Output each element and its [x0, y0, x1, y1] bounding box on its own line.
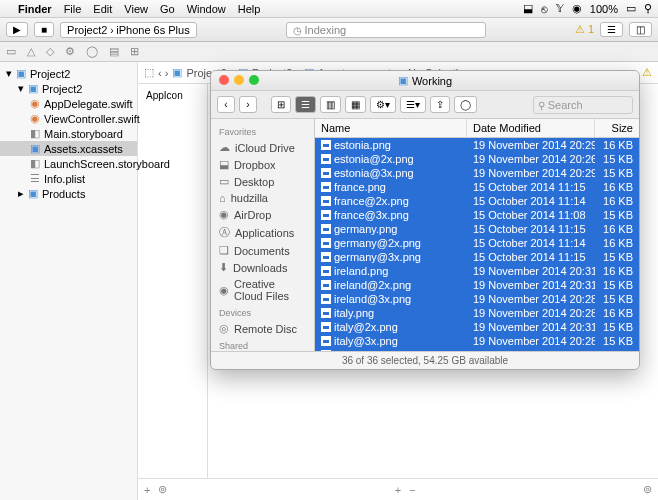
- forward-button[interactable]: ›: [239, 96, 257, 113]
- file-appdelegate[interactable]: ◉AppDelegate.swift: [0, 96, 137, 111]
- asset-outline[interactable]: AppIcon: [138, 84, 208, 478]
- file-row[interactable]: italy.png19 November 2014 20:2816 KB: [315, 306, 639, 320]
- wifi-icon[interactable]: ◉: [572, 2, 582, 15]
- file-row[interactable]: ireland@2x.png19 November 2014 20:3115 K…: [315, 278, 639, 292]
- sidebar-item[interactable]: ⌂hudzilla: [211, 190, 314, 206]
- run-button[interactable]: ▶: [6, 22, 28, 37]
- folder-icon: ▣: [398, 74, 408, 87]
- sidebar-item[interactable]: ▭Desktop: [211, 173, 314, 190]
- file-row[interactable]: estonia@2x.png19 November 2014 20:2615 K…: [315, 152, 639, 166]
- finder-file-list[interactable]: Name Date Modified Size estonia.png19 No…: [315, 119, 639, 351]
- view-icons[interactable]: ⊞: [271, 96, 291, 113]
- menu-window[interactable]: Window: [187, 3, 226, 15]
- file-launchscreen[interactable]: ◧LaunchScreen.storyboard: [0, 156, 137, 171]
- add-asset-button[interactable]: +: [395, 484, 401, 496]
- file-row[interactable]: france@3x.png15 October 2014 11:0815 KB: [315, 208, 639, 222]
- sidebar-item[interactable]: ☁iCloud Drive: [211, 139, 314, 156]
- filter-icon-right[interactable]: ⊚: [643, 483, 652, 496]
- file-row[interactable]: italy@2x.png19 November 2014 20:3115 KB: [315, 320, 639, 334]
- warning-badge[interactable]: ⚠ 1: [575, 23, 594, 36]
- finder-status-bar: 36 of 36 selected, 54.25 GB available: [211, 351, 639, 369]
- file-viewcontroller[interactable]: ◉ViewController.swift: [0, 111, 137, 126]
- close-icon[interactable]: [219, 75, 229, 85]
- sidebar-item[interactable]: ⒶApplications: [211, 223, 314, 242]
- file-row[interactable]: france@2x.png15 October 2014 11:1416 KB: [315, 194, 639, 208]
- sidebar-icon: ▭: [219, 175, 229, 188]
- file-row[interactable]: ireland@3x.png19 November 2014 20:2815 K…: [315, 292, 639, 306]
- stop-button[interactable]: ■: [34, 22, 54, 37]
- file-row[interactable]: ireland.png19 November 2014 20:3116 KB: [315, 264, 639, 278]
- file-row[interactable]: estonia@3x.png19 November 2014 20:2915 K…: [315, 166, 639, 180]
- sidebar-item[interactable]: ❏Documents: [211, 242, 314, 259]
- sidebar-item[interactable]: ◉Creative Cloud Files: [211, 276, 314, 304]
- action-button[interactable]: ☰▾: [400, 96, 426, 113]
- zoom-icon[interactable]: [249, 75, 259, 85]
- editor-standard[interactable]: ☰: [600, 22, 623, 37]
- nav-icons[interactable]: ▭ △ ◇ ⚙ ◯ ▤ ⊞: [6, 45, 143, 58]
- finder-toolbar: ‹ › ⊞ ☰ ▥ ▦ ⚙▾ ☰▾ ⇪ ◯ ⚲ Search: [211, 91, 639, 119]
- file-mainstoryboard[interactable]: ◧Main.storyboard: [0, 126, 137, 141]
- file-row[interactable]: france.png15 October 2014 11:1516 KB: [315, 180, 639, 194]
- project-root[interactable]: ▾▣Project2: [0, 66, 137, 81]
- col-name[interactable]: Name: [315, 119, 467, 137]
- menu-go[interactable]: Go: [160, 3, 175, 15]
- file-infoplist[interactable]: ☰Info.plist: [0, 171, 137, 186]
- file-icon: [321, 294, 331, 304]
- remove-asset-button[interactable]: −: [409, 484, 415, 496]
- arrange-button[interactable]: ⚙▾: [370, 96, 396, 113]
- app-name[interactable]: Finder: [18, 3, 52, 15]
- tags-button[interactable]: ◯: [454, 96, 477, 113]
- add-button[interactable]: +: [144, 484, 150, 496]
- view-list[interactable]: ☰: [295, 96, 316, 113]
- search-input[interactable]: ⚲ Search: [533, 96, 633, 114]
- file-row[interactable]: germany@3x.png15 October 2014 11:1515 KB: [315, 250, 639, 264]
- file-row[interactable]: italy@3x.png19 November 2014 20:2815 KB: [315, 334, 639, 348]
- status-icon[interactable]: ⎋: [541, 3, 548, 15]
- battery-icon[interactable]: ▭: [626, 2, 636, 15]
- scheme-selector[interactable]: Project2 › iPhone 6s Plus: [60, 22, 197, 38]
- sidebar-item[interactable]: ⬓Dropbox: [211, 156, 314, 173]
- view-gallery[interactable]: ▦: [345, 96, 366, 113]
- group-products[interactable]: ▸▣Products: [0, 186, 137, 201]
- dropbox-icon[interactable]: ⬓: [523, 2, 533, 15]
- file-icon: [321, 308, 331, 318]
- sidebar-icon: ☁: [219, 141, 230, 154]
- file-assets[interactable]: ▣Assets.xcassets: [0, 141, 137, 156]
- view-columns[interactable]: ▥: [320, 96, 341, 113]
- menu-view[interactable]: View: [124, 3, 148, 15]
- filter-icon[interactable]: ⊚: [158, 483, 167, 496]
- minimize-icon[interactable]: [234, 75, 244, 85]
- twitter-icon[interactable]: 𝕐: [556, 2, 564, 15]
- editor-assistant[interactable]: ◫: [629, 22, 652, 37]
- filter-bar: + ⊚ + − ⊚: [138, 478, 658, 500]
- asset-appicon[interactable]: AppIcon: [142, 88, 203, 103]
- group-project2[interactable]: ▾▣Project2: [0, 81, 137, 96]
- sidebar-icon: ◉: [219, 208, 229, 221]
- menu-help[interactable]: Help: [238, 3, 261, 15]
- shared-header: Shared: [211, 337, 314, 351]
- sidebar-item[interactable]: ◎Remote Disc: [211, 320, 314, 337]
- menu-file[interactable]: File: [64, 3, 82, 15]
- related-items-icon[interactable]: ⬚: [144, 66, 154, 79]
- finder-titlebar[interactable]: ▣Working: [211, 71, 639, 91]
- back-button[interactable]: ‹: [217, 96, 235, 113]
- menu-edit[interactable]: Edit: [93, 3, 112, 15]
- column-headers[interactable]: Name Date Modified Size: [315, 119, 639, 138]
- file-icon: [321, 224, 331, 234]
- finder-sidebar[interactable]: Favorites ☁iCloud Drive⬓Dropbox▭Desktop⌂…: [211, 119, 315, 351]
- sidebar-item[interactable]: ⬇Downloads: [211, 259, 314, 276]
- file-icon: [321, 168, 331, 178]
- warning-icon[interactable]: ⚠: [642, 66, 652, 79]
- file-row[interactable]: estonia.png19 November 2014 20:2916 KB: [315, 138, 639, 152]
- file-icon: [321, 350, 331, 351]
- file-icon: [321, 322, 331, 332]
- file-icon: [321, 238, 331, 248]
- file-row[interactable]: germany.png15 October 2014 11:1516 KB: [315, 222, 639, 236]
- spotlight-icon[interactable]: ⚲: [644, 2, 652, 15]
- project-navigator[interactable]: ▾▣Project2 ▾▣Project2 ◉AppDelegate.swift…: [0, 62, 138, 500]
- col-size[interactable]: Size: [595, 119, 639, 137]
- sidebar-item[interactable]: ◉AirDrop: [211, 206, 314, 223]
- col-date[interactable]: Date Modified: [467, 119, 595, 137]
- file-row[interactable]: germany@2x.png15 October 2014 11:1416 KB: [315, 236, 639, 250]
- share-button[interactable]: ⇪: [430, 96, 450, 113]
